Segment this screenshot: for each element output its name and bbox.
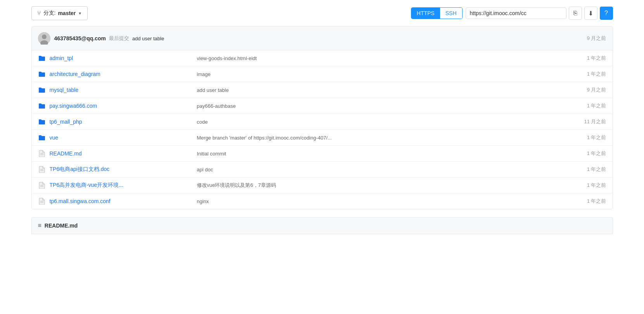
folder-icon: [38, 102, 46, 110]
commit-author: 463785435@qq.com: [54, 35, 106, 41]
copy-button[interactable]: ⎘: [569, 7, 582, 20]
toolbar: ⑂ 分支: master ▼ HTTPS SSH ⎘ ⬇ ?: [31, 0, 613, 26]
file-name-link[interactable]: TP6高并发电商-vue开发环境...: [50, 182, 197, 189]
commit-message: add user table: [132, 36, 164, 41]
folder-icon: [38, 86, 46, 94]
svg-point-1: [42, 35, 47, 39]
file-name-link[interactable]: README.md: [50, 150, 197, 157]
file-commit-message: api doc: [197, 167, 560, 173]
copy-icon: ⎘: [573, 10, 577, 17]
file-doc-icon: [38, 166, 46, 173]
table-row: pay.singwa666.compay666-authbase1 年之前: [32, 98, 613, 114]
file-commit-message: pay666-authbase: [197, 103, 560, 109]
file-commit-message: image: [197, 71, 560, 77]
file-time: 1 年之前: [560, 102, 606, 109]
file-name-link[interactable]: pay.singwa666.com: [50, 103, 197, 109]
folder-icon: [38, 54, 46, 62]
branch-icon: ⑂: [37, 10, 41, 17]
commit-header: 463785435@qq.com 最后提交 add user table 9 月…: [32, 27, 613, 50]
avatar: [38, 32, 50, 45]
folder-icon: [38, 70, 46, 78]
file-time: 1 年之前: [560, 150, 606, 157]
table-row: architecture_diagramimage1 年之前: [32, 66, 613, 82]
file-name-link[interactable]: admin_tpl: [50, 55, 197, 61]
commit-info: 463785435@qq.com 最后提交 add user table: [54, 35, 587, 42]
https-tab[interactable]: HTTPS: [411, 8, 440, 19]
folder-icon: [38, 134, 46, 141]
file-commit-message: add user table: [197, 87, 560, 93]
file-name-link[interactable]: vue: [50, 135, 197, 141]
file-time: 1 年之前: [560, 182, 606, 189]
folder-icon: [38, 118, 46, 126]
file-name-link[interactable]: tp6.mall.singwa.com.conf: [50, 198, 197, 204]
toolbar-right: HTTPS SSH ⎘ ⬇ ?: [411, 7, 613, 20]
commit-time: 9 月之前: [587, 35, 606, 42]
table-row: TP6高并发电商-vue开发环境...修改vue环境说明以及第6，7章源码1 年…: [32, 178, 613, 193]
table-row: TP6电商api接口文档.docapi doc1 年之前: [32, 162, 613, 178]
commit-label: 最后提交: [109, 35, 129, 42]
file-name-link[interactable]: architecture_diagram: [50, 71, 197, 77]
table-row: vueMerge branch 'master' of https://git.…: [32, 130, 613, 146]
file-list: admin_tplview-goods-index.html-eidt1 年之前…: [32, 50, 613, 209]
file-time: 9 月之前: [560, 86, 606, 93]
file-time: 1 年之前: [560, 134, 606, 141]
table-row: tp6_mall_phpcode11 月之前: [32, 114, 613, 130]
file-name-link[interactable]: tp6_mall_php: [50, 119, 197, 125]
file-time: 1 年之前: [560, 71, 606, 78]
download-icon: ⬇: [588, 10, 593, 17]
file-name-link[interactable]: TP6电商api接口文档.doc: [50, 166, 197, 173]
branch-caret-icon: ▼: [78, 11, 82, 16]
table-row: mysql_tableadd user table9 月之前: [32, 82, 613, 98]
branch-button[interactable]: ⑂ 分支: master ▼: [31, 6, 88, 20]
file-doc-icon: [38, 197, 46, 205]
file-commit-message: view-goods-index.html-eidt: [197, 55, 560, 61]
readme-section-header: ≡ README.md: [31, 217, 613, 234]
file-time: 1 年之前: [560, 55, 606, 62]
help-button[interactable]: ?: [600, 7, 613, 20]
readme-title: README.md: [45, 223, 78, 229]
file-commit-message: nginx: [197, 198, 560, 204]
file-commit-message: 修改vue环境说明以及第6，7章源码: [197, 182, 560, 189]
file-doc-icon: [38, 150, 46, 157]
branch-label: 分支:: [43, 10, 56, 17]
repo-url-input[interactable]: [466, 7, 566, 19]
readme-icon: ≡: [38, 222, 41, 229]
table-row: README.mdInitial commit1 年之前: [32, 146, 613, 162]
branch-name: master: [58, 10, 76, 16]
file-time: 11 月之前: [560, 118, 606, 125]
repo-table: 463785435@qq.com 最后提交 add user table 9 月…: [31, 26, 613, 209]
ssh-tab[interactable]: SSH: [440, 8, 462, 19]
protocol-tabs: HTTPS SSH: [411, 7, 463, 19]
table-row: admin_tplview-goods-index.html-eidt1 年之前: [32, 50, 613, 66]
table-row: tp6.mall.singwa.com.confnginx1 年之前: [32, 193, 613, 209]
download-button[interactable]: ⬇: [584, 7, 597, 20]
file-time: 1 年之前: [560, 166, 606, 173]
file-commit-message: Initial commit: [197, 151, 560, 157]
file-time: 1 年之前: [560, 198, 606, 205]
file-name-link[interactable]: mysql_table: [50, 87, 197, 93]
help-icon: ?: [604, 10, 608, 17]
file-commit-message: Merge branch 'master' of https://git.imo…: [197, 135, 560, 141]
file-doc-icon: [38, 181, 46, 189]
file-commit-message: code: [197, 119, 560, 125]
